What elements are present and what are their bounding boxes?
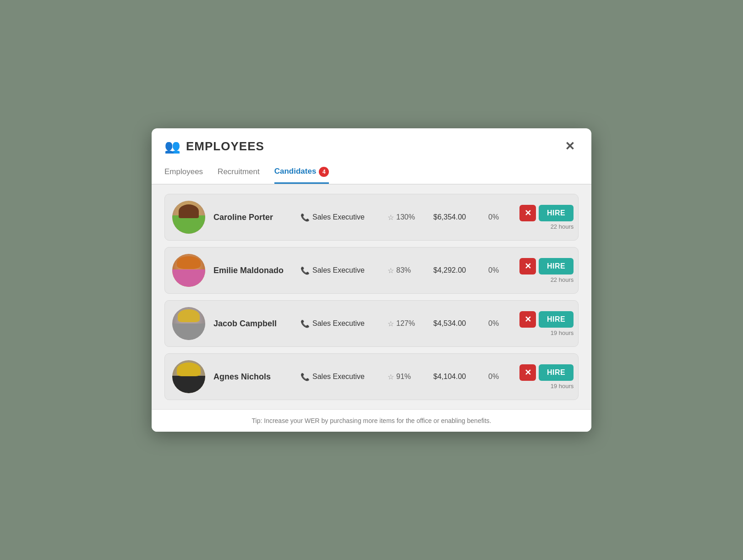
candidate-card: Agnes Nichols 📞 Sales Executive ☆ 91% $4… [164, 353, 579, 400]
dismiss-button[interactable]: ✕ [519, 258, 536, 275]
tab-recruitment[interactable]: Recruitment [218, 167, 260, 184]
dismiss-button[interactable]: ✕ [519, 364, 536, 381]
action-buttons: ✕ HIRE [519, 311, 574, 328]
candidate-rating: ☆ 91% [388, 373, 433, 381]
candidate-wer: 0% [488, 319, 511, 328]
candidate-salary: $6,354.00 [433, 213, 488, 221]
avatar [172, 307, 205, 340]
candidate-salary: $4,292.00 [433, 266, 488, 275]
candidate-wer: 0% [488, 213, 511, 221]
candidate-salary: $4,534.00 [433, 319, 488, 328]
time-label: 19 hours [551, 383, 574, 390]
dismiss-button[interactable]: ✕ [519, 205, 536, 221]
star-icon: ☆ [388, 319, 394, 328]
hire-button[interactable]: HIRE [539, 311, 574, 328]
candidate-name: Caroline Porter [213, 213, 300, 222]
phone-icon: 📞 [300, 319, 310, 328]
avatar [172, 360, 205, 393]
candidate-wer: 0% [488, 266, 511, 275]
candidate-card: Emilie Maldonado 📞 Sales Executive ☆ 83%… [164, 247, 579, 294]
action-buttons: ✕ HIRE [519, 205, 574, 221]
action-buttons: ✕ HIRE [519, 258, 574, 275]
candidate-info: Agnes Nichols 📞 Sales Executive ☆ 91% $4… [213, 372, 511, 382]
tab-bar: Employees Recruitment Candidates4 [152, 159, 591, 185]
candidate-role: 📞 Sales Executive [300, 213, 388, 222]
modal-title: EMPLOYEES [186, 139, 264, 154]
phone-icon: 📞 [300, 373, 310, 381]
candidate-role: 📞 Sales Executive [300, 266, 388, 275]
modal-body: Caroline Porter 📞 Sales Executive ☆ 130%… [152, 185, 591, 409]
employees-modal: 👥 EMPLOYEES ✕ Employees Recruitment Cand… [152, 128, 591, 432]
avatar [172, 201, 205, 234]
modal-header: 👥 EMPLOYEES ✕ [152, 128, 591, 154]
tab-candidates[interactable]: Candidates4 [274, 167, 329, 184]
time-label: 19 hours [551, 329, 574, 336]
hire-button[interactable]: HIRE [539, 364, 574, 381]
candidate-info: Emilie Maldonado 📞 Sales Executive ☆ 83%… [213, 266, 511, 275]
candidate-card: Caroline Porter 📞 Sales Executive ☆ 130%… [164, 194, 579, 241]
star-icon: ☆ [388, 373, 394, 381]
hire-button[interactable]: HIRE [539, 258, 574, 275]
tab-employees[interactable]: Employees [164, 167, 203, 184]
candidate-salary: $4,104.00 [433, 373, 488, 381]
action-buttons: ✕ HIRE [519, 364, 574, 381]
time-label: 22 hours [551, 276, 574, 283]
close-button[interactable]: ✕ [561, 138, 579, 154]
candidate-list: Caroline Porter 📞 Sales Executive ☆ 130%… [164, 194, 579, 400]
star-icon: ☆ [388, 213, 394, 222]
tip-text: Tip: Increase your WER by purchasing mor… [252, 417, 492, 424]
candidate-rating: ☆ 127% [388, 319, 433, 328]
time-label: 22 hours [551, 223, 574, 230]
avatar [172, 254, 205, 287]
candidate-info: Jacob Campbell 📞 Sales Executive ☆ 127% … [213, 319, 511, 329]
candidate-rating: ☆ 130% [388, 213, 433, 222]
candidate-info: Caroline Porter 📞 Sales Executive ☆ 130%… [213, 213, 511, 222]
candidate-role: 📞 Sales Executive [300, 319, 388, 328]
phone-icon: 📞 [300, 266, 310, 275]
candidate-name: Agnes Nichols [213, 372, 300, 382]
employees-icon: 👥 [164, 139, 180, 154]
hire-button[interactable]: HIRE [539, 205, 574, 221]
candidate-rating: ☆ 83% [388, 266, 433, 275]
candidate-actions: ✕ HIRE 19 hours [519, 364, 574, 390]
dismiss-button[interactable]: ✕ [519, 311, 536, 328]
candidate-role: 📞 Sales Executive [300, 373, 388, 381]
star-icon: ☆ [388, 266, 394, 275]
candidate-actions: ✕ HIRE 22 hours [519, 205, 574, 230]
candidate-wer: 0% [488, 373, 511, 381]
phone-icon: 📞 [300, 213, 310, 222]
candidate-actions: ✕ HIRE 19 hours [519, 311, 574, 336]
title-row: 👥 EMPLOYEES [164, 139, 264, 154]
candidate-actions: ✕ HIRE 22 hours [519, 258, 574, 283]
candidate-name: Emilie Maldonado [213, 266, 300, 275]
candidate-card: Jacob Campbell 📞 Sales Executive ☆ 127% … [164, 300, 579, 347]
candidates-badge: 4 [319, 167, 329, 177]
candidate-name: Jacob Campbell [213, 319, 300, 329]
tip-bar: Tip: Increase your WER by purchasing mor… [152, 409, 591, 432]
